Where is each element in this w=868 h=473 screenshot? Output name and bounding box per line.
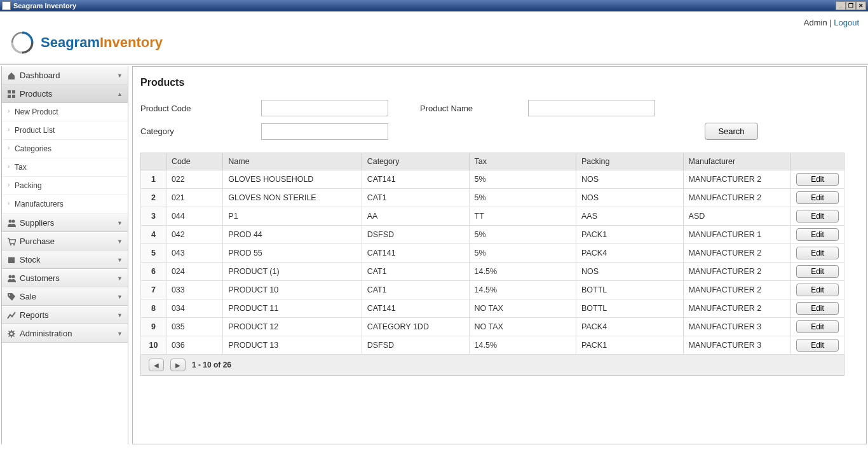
table-row: 8034PRODUCT 11CAT141NO TAXBOTTLMANUFACTU… bbox=[141, 299, 844, 318]
tag-icon bbox=[7, 292, 16, 301]
cell-manufacturer: MANUFACTURER 2 bbox=[683, 170, 790, 189]
sidebar-subitem-packing[interactable]: Packing bbox=[2, 177, 128, 195]
minimize-button[interactable]: _ bbox=[836, 1, 846, 10]
chevron-down-icon: ▼ bbox=[117, 331, 123, 337]
edit-button[interactable]: Edit bbox=[796, 302, 839, 315]
next-page-button[interactable]: ▶ bbox=[170, 359, 186, 371]
admin-link[interactable]: Admin bbox=[804, 18, 827, 27]
cell-code: 044 bbox=[166, 207, 222, 226]
sidebar-item-purchase[interactable]: Purchase▼ bbox=[2, 232, 128, 250]
sidebar-subitem-tax[interactable]: Tax bbox=[2, 158, 128, 177]
edit-button[interactable]: Edit bbox=[796, 210, 839, 223]
gear-icon bbox=[7, 329, 16, 338]
cell-code: 024 bbox=[166, 263, 222, 281]
cell-code: 021 bbox=[166, 189, 222, 207]
cell-name: GLOVES NON STERILE bbox=[223, 189, 362, 207]
cell-name: PRODUCT 11 bbox=[223, 299, 362, 318]
edit-button[interactable]: Edit bbox=[796, 228, 839, 241]
logout-link[interactable]: Logout bbox=[834, 18, 859, 27]
cell-packing: PACK1 bbox=[576, 226, 684, 244]
cell-name: PRODUCT 12 bbox=[223, 318, 362, 336]
sidebar-item-customers[interactable]: Customers▼ bbox=[2, 269, 128, 287]
sidebar-item-dashboard[interactable]: Dashboard▼ bbox=[2, 66, 128, 85]
sidebar-submenu-products: New ProductProduct ListCategoriesTaxPack… bbox=[2, 103, 128, 214]
cell-category: DSFSD bbox=[362, 226, 469, 244]
product-code-input[interactable] bbox=[261, 100, 388, 116]
svg-point-5 bbox=[9, 219, 12, 223]
chevron-down-icon: ▼ bbox=[117, 238, 123, 245]
cell-tax: NO TAX bbox=[469, 299, 576, 318]
maximize-button[interactable]: ❐ bbox=[846, 1, 856, 10]
cell-tax: 14.5% bbox=[469, 336, 576, 355]
cell-manufacturer: MANUFACTURER 2 bbox=[683, 244, 790, 263]
col-header-tax: Tax bbox=[469, 153, 576, 170]
edit-button[interactable]: Edit bbox=[796, 247, 839, 259]
cell-edit: Edit bbox=[790, 189, 844, 207]
edit-button[interactable]: Edit bbox=[796, 191, 839, 204]
table-row: 6024PRODUCT (1)CAT114.5%NOSMANUFACTURER … bbox=[141, 263, 844, 281]
sidebar-subitem-new-product[interactable]: New Product bbox=[2, 103, 128, 121]
category-input[interactable] bbox=[261, 123, 388, 140]
content-panel: Products Product Code Product Name Categ… bbox=[132, 66, 867, 444]
product-name-input[interactable] bbox=[528, 100, 655, 116]
cell-name: P1 bbox=[223, 207, 362, 226]
cell-tax: 5% bbox=[469, 226, 576, 244]
row-number: 4 bbox=[141, 226, 166, 244]
table-row: 5043PROD 55CAT1415%PACK4MANUFACTURER 2Ed… bbox=[141, 244, 844, 263]
row-number: 8 bbox=[141, 299, 166, 318]
cell-packing: BOTTL bbox=[576, 299, 684, 318]
pagination: ◀ ▶ 1 - 10 of 26 bbox=[140, 355, 844, 376]
row-number: 9 bbox=[141, 318, 166, 336]
table-row: 9035PRODUCT 12CATEGORY 1DDNO TAXPACK4MAN… bbox=[141, 318, 844, 336]
sidebar-subitem-categories[interactable]: Categories bbox=[2, 140, 128, 158]
cell-tax: 5% bbox=[469, 244, 576, 263]
sidebar-item-administration[interactable]: Administration▼ bbox=[2, 324, 128, 343]
sidebar-item-products[interactable]: Products▲ bbox=[2, 85, 128, 103]
app-icon bbox=[2, 1, 11, 10]
cell-edit: Edit bbox=[790, 207, 844, 226]
cell-manufacturer: MANUFACTURER 2 bbox=[683, 263, 790, 281]
svg-point-6 bbox=[12, 219, 15, 223]
logo-icon bbox=[9, 29, 36, 56]
sidebar-item-suppliers[interactable]: Suppliers▼ bbox=[2, 214, 128, 232]
close-button[interactable]: ✕ bbox=[856, 1, 866, 10]
cell-edit: Edit bbox=[790, 281, 844, 299]
col-header-blank7 bbox=[790, 153, 844, 170]
cell-category: CAT1 bbox=[362, 189, 469, 207]
cell-name: PRODUCT 10 bbox=[223, 281, 362, 299]
col-header-packing: Packing bbox=[576, 153, 684, 170]
edit-button[interactable]: Edit bbox=[796, 320, 839, 333]
svg-rect-3 bbox=[8, 95, 11, 98]
cell-code: 042 bbox=[166, 226, 222, 244]
cell-manufacturer: MANUFACTURER 2 bbox=[683, 189, 790, 207]
svg-rect-1 bbox=[8, 90, 11, 93]
row-number: 2 bbox=[141, 189, 166, 207]
pagination-info: 1 - 10 of 26 bbox=[192, 360, 231, 369]
cell-tax: NO TAX bbox=[469, 318, 576, 336]
col-header-blank0 bbox=[141, 153, 166, 170]
cell-packing: NOS bbox=[576, 189, 684, 207]
edit-button[interactable]: Edit bbox=[796, 265, 839, 278]
sidebar-item-reports[interactable]: Reports▼ bbox=[2, 306, 128, 324]
sidebar-subitem-product-list[interactable]: Product List bbox=[2, 121, 128, 140]
home-icon bbox=[7, 71, 16, 80]
edit-button[interactable]: Edit bbox=[796, 284, 839, 296]
cell-edit: Edit bbox=[790, 299, 844, 318]
sidebar-subitem-manufacturers[interactable]: Manufacturers bbox=[2, 195, 128, 214]
edit-button[interactable]: Edit bbox=[796, 173, 839, 186]
prev-page-button[interactable]: ◀ bbox=[149, 359, 164, 371]
chevron-down-icon: ▼ bbox=[117, 275, 123, 282]
sidebar-item-stock[interactable]: Stock▼ bbox=[2, 250, 128, 269]
page-header: Admin | Logout SeagramInventory bbox=[0, 11, 868, 64]
svg-point-7 bbox=[10, 243, 11, 245]
cell-name: PRODUCT 13 bbox=[223, 336, 362, 355]
table-row: 7033PRODUCT 10CAT114.5%BOTTLMANUFACTURER… bbox=[141, 281, 844, 299]
search-button[interactable]: Search bbox=[705, 123, 757, 140]
svg-rect-2 bbox=[12, 90, 15, 93]
cell-packing: PACK1 bbox=[576, 336, 684, 355]
sidebar-item-sale[interactable]: Sale▼ bbox=[2, 287, 128, 306]
chevron-down-icon: ▼ bbox=[117, 294, 123, 300]
main-layout: Dashboard▼Products▲New ProductProduct Li… bbox=[0, 64, 868, 446]
edit-button[interactable]: Edit bbox=[796, 339, 839, 352]
col-header-name: Name bbox=[223, 153, 362, 170]
